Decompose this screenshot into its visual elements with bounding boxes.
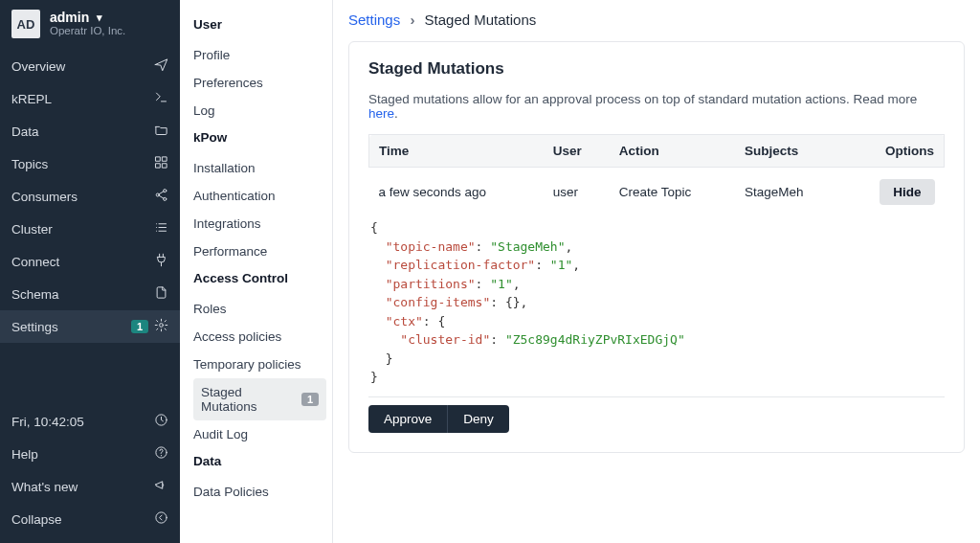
- table-row: a few seconds ago user Create Topic Stag…: [369, 168, 945, 217]
- folder-icon: [154, 123, 168, 140]
- megaphone-icon: [154, 478, 168, 495]
- mutation-payload: { "topic-name": "StageMeh", "replication…: [368, 216, 945, 397]
- primary-sidebar: AD admin ▾ Operatr IO, Inc. OverviewkREP…: [0, 0, 180, 543]
- sidebar-item-label: What's new: [11, 480, 154, 494]
- subnav-item-performance[interactable]: Performance: [193, 238, 326, 265]
- terminal-icon: [154, 90, 168, 107]
- cell-subjects: StageMeh: [735, 168, 842, 217]
- sidebar-item-consumers[interactable]: Consumers: [0, 180, 180, 213]
- sidebar-item-label: Schema: [11, 287, 154, 302]
- sidebar-item-overview[interactable]: Overview: [0, 50, 180, 82]
- svg-rect-1: [163, 157, 167, 161]
- subnav-group-title: Access Control: [193, 271, 326, 285]
- plug-icon: [154, 253, 168, 270]
- sidebar-item-label: Fri, 10:42:05: [11, 415, 154, 429]
- sidebar-item-label: Consumers: [11, 190, 154, 204]
- subnav-item-label: Staged Mutations: [201, 385, 301, 414]
- share-icon: [154, 188, 168, 205]
- svg-rect-2: [156, 164, 160, 168]
- subnav-item-label: Access policies: [193, 329, 281, 344]
- sidebar-item-cluster[interactable]: Cluster: [0, 213, 180, 245]
- deny-button[interactable]: Deny: [447, 405, 509, 433]
- subnav-item-label: Authentication: [193, 189, 276, 203]
- breadcrumb: Settings › Staged Mutations: [348, 11, 965, 28]
- sidebar-item-label: Connect: [11, 255, 154, 269]
- subnav-badge: 1: [301, 393, 319, 406]
- subnav-item-access-policies[interactable]: Access policies: [193, 323, 326, 351]
- sidebar-item-label: Topics: [11, 157, 154, 171]
- sidebar-item-label: Cluster: [11, 222, 154, 237]
- file-icon: [154, 285, 168, 303]
- sidebar-footer-fri-10-42-05[interactable]: Fri, 10:42:05: [0, 405, 180, 438]
- collapse-icon: [154, 510, 168, 528]
- sidebar-footer-collapse[interactable]: Collapse: [0, 503, 180, 535]
- subnav-item-log[interactable]: Log: [193, 97, 326, 124]
- subnav-item-label: Profile: [193, 48, 230, 62]
- subnav-item-audit-log[interactable]: Audit Log: [193, 420, 326, 448]
- help-icon: [154, 445, 168, 463]
- subnav-item-roles[interactable]: Roles: [193, 295, 326, 323]
- subnav-item-label: Log: [193, 103, 215, 118]
- svg-point-7: [160, 324, 164, 328]
- hide-button[interactable]: Hide: [880, 179, 934, 205]
- sidebar-item-data[interactable]: Data: [0, 115, 180, 147]
- clock-icon: [154, 413, 168, 430]
- sidebar-item-schema[interactable]: Schema: [0, 278, 180, 310]
- sidebar-badge: 1: [131, 320, 148, 333]
- panel-description: Staged mutations allow for an approval p…: [368, 92, 945, 121]
- svg-rect-3: [163, 164, 167, 168]
- subnav-item-authentication[interactable]: Authentication: [193, 182, 326, 210]
- decision-actions: Approve Deny: [368, 405, 945, 433]
- subnav-item-staged-mutations[interactable]: Staged Mutations1: [193, 378, 326, 420]
- gear-icon: [154, 318, 168, 335]
- subnav-item-temporary-policies[interactable]: Temporary policies: [193, 351, 326, 378]
- col-subjects: Subjects: [735, 135, 842, 168]
- sidebar-item-label: Data: [11, 124, 154, 139]
- chevron-down-icon: ▾: [97, 11, 102, 24]
- subnav-group-title: kPow: [193, 130, 326, 145]
- sidebar-footer-help[interactable]: Help: [0, 438, 180, 470]
- subnav-item-data-policies[interactable]: Data Policies: [193, 478, 326, 506]
- subnav-item-label: Data Policies: [193, 485, 269, 499]
- staged-mutations-panel: Staged Mutations Staged mutations allow …: [348, 41, 965, 453]
- svg-rect-0: [156, 157, 160, 161]
- user-org: Operatr IO, Inc.: [50, 25, 125, 37]
- sidebar-item-settings[interactable]: Settings1: [0, 310, 180, 343]
- sidebar-item-topics[interactable]: Topics: [0, 147, 180, 180]
- sidebar-item-connect[interactable]: Connect: [0, 245, 180, 278]
- cell-user: user: [544, 168, 610, 217]
- subnav-item-profile[interactable]: Profile: [193, 41, 326, 69]
- subnav-item-label: Temporary policies: [193, 357, 301, 372]
- approve-button[interactable]: Approve: [368, 405, 447, 433]
- col-time: Time: [369, 135, 544, 168]
- sidebar-item-label: Collapse: [11, 512, 154, 527]
- user-menu[interactable]: AD admin ▾ Operatr IO, Inc.: [0, 0, 180, 50]
- mutations-table: Time User Action Subjects Options a few …: [368, 134, 945, 216]
- breadcrumb-root[interactable]: Settings: [348, 11, 400, 28]
- user-name: admin: [50, 10, 89, 25]
- panel-title: Staged Mutations: [368, 59, 945, 79]
- grid-icon: [154, 155, 168, 172]
- subnav-item-installation[interactable]: Installation: [193, 154, 326, 182]
- sidebar-item-label: Overview: [11, 59, 154, 74]
- subnav-item-label: Performance: [193, 244, 267, 259]
- main-content: Settings › Staged Mutations Staged Mutat…: [333, 0, 980, 543]
- sidebar-footer-what-s-new[interactable]: What's new: [0, 470, 180, 503]
- subnav-item-label: Integrations: [193, 216, 261, 231]
- sidebar-item-label: Help: [11, 447, 154, 462]
- list-icon: [154, 220, 168, 238]
- subnav-item-label: Audit Log: [193, 427, 248, 441]
- sidebar-item-label: kREPL: [11, 92, 154, 106]
- subnav-item-label: Installation: [193, 161, 256, 175]
- subnav-item-preferences[interactable]: Preferences: [193, 69, 326, 97]
- col-options: Options: [842, 135, 944, 168]
- read-more-link[interactable]: here: [368, 106, 394, 121]
- subnav-group-title: Data: [193, 454, 326, 468]
- paper-plane-icon: [154, 57, 168, 75]
- breadcrumb-current: Staged Mutations: [425, 11, 537, 28]
- sidebar-item-krepl[interactable]: kREPL: [0, 82, 180, 115]
- subnav-item-label: Preferences: [193, 76, 263, 90]
- subnav-item-integrations[interactable]: Integrations: [193, 210, 326, 238]
- cell-action: Create Topic: [610, 168, 735, 217]
- settings-subnav: UserProfilePreferencesLogkPowInstallatio…: [180, 0, 333, 543]
